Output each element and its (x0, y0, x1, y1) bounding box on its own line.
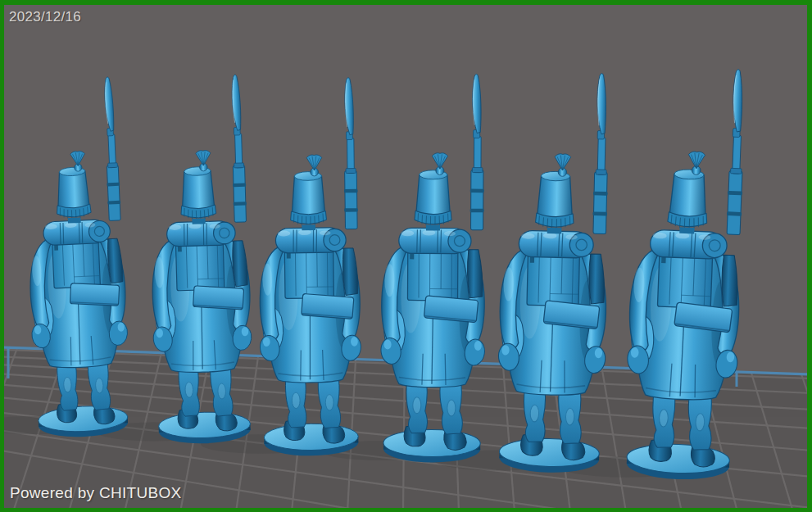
screenshot-frame: 2023/12/16 Powered by CHITUBOX (0, 0, 812, 512)
build-scene (4, 5, 807, 508)
chitubox-watermark: Powered by CHITUBOX (10, 484, 182, 502)
date-label: 2023/12/16 (9, 9, 81, 25)
viewport-3d[interactable]: 2023/12/16 Powered by CHITUBOX (4, 5, 807, 508)
